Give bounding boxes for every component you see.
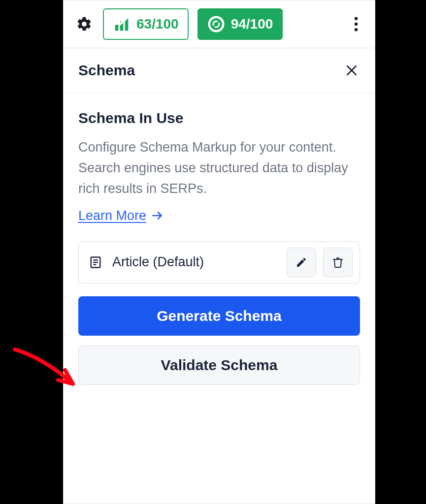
trash-icon: [332, 256, 344, 268]
score-badge-2[interactable]: 94/100: [197, 8, 283, 40]
rankmath-icon: [113, 15, 131, 33]
article-icon: [86, 252, 105, 272]
close-icon: [345, 64, 358, 77]
panel-title: Schema: [78, 62, 135, 79]
score-1-value: 63/100: [136, 16, 179, 32]
learn-more-link[interactable]: Learn More: [78, 208, 164, 223]
schema-panel: 63/100 94/100 Schema Sc: [63, 0, 375, 504]
generate-schema-button[interactable]: Generate Schema: [78, 296, 360, 336]
panel-body: Schema In Use Configure Schema Markup fo…: [64, 93, 375, 395]
learn-more-label: Learn More: [78, 208, 146, 223]
delete-schema-button[interactable]: [323, 248, 353, 277]
schema-item-row: Article (Default): [78, 241, 360, 284]
svg-point-4: [355, 17, 358, 21]
svg-point-6: [355, 28, 358, 32]
panel-titlebar: Schema: [64, 48, 375, 93]
section-description: Configure Schema Markup for your content…: [78, 137, 360, 199]
arrow-right-icon: [151, 209, 164, 222]
more-menu-button[interactable]: [346, 14, 366, 34]
schema-item-name: Article (Default): [112, 254, 280, 270]
gear-icon: [76, 16, 93, 32]
analyzer-icon: [207, 15, 225, 33]
score-badge-1[interactable]: 63/100: [103, 8, 189, 40]
svg-point-5: [355, 23, 358, 26]
score-2-value: 94/100: [231, 16, 273, 32]
panel-header: 63/100 94/100: [64, 0, 375, 48]
svg-rect-0: [115, 25, 119, 31]
section-title: Schema In Use: [78, 110, 360, 126]
edit-schema-button[interactable]: [287, 248, 316, 277]
settings-button[interactable]: [74, 14, 94, 34]
validate-schema-button[interactable]: Validate Schema: [78, 346, 360, 385]
pencil-icon: [295, 256, 307, 268]
more-vertical-icon: [354, 17, 358, 32]
close-button[interactable]: [343, 62, 360, 79]
